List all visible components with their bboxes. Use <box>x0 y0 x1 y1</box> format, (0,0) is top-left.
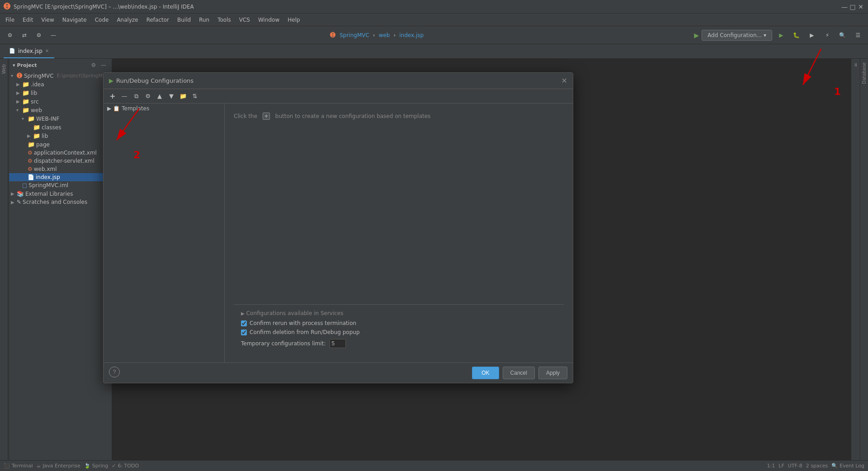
tree-item-label: applicationContext.xml <box>34 150 97 156</box>
toolbar-settings[interactable]: ⚙ <box>33 29 45 42</box>
sidebar-collapse-button[interactable]: — <box>99 61 108 70</box>
temp-limit-label: Temporary configurations limit: <box>241 340 326 347</box>
maximize-button[interactable]: □ <box>849 3 856 10</box>
dialog-add-button[interactable]: + <box>107 91 118 102</box>
tree-webxml[interactable]: ⚙ web.xml <box>9 165 112 173</box>
terminal-button[interactable]: ⬛ Terminal <box>4 463 33 469</box>
tab-index-jsp[interactable]: 📄 index.jsp ✕ <box>4 44 54 58</box>
profile-button[interactable]: ⚡ <box>821 29 834 42</box>
run-button[interactable]: ▶ <box>775 29 788 42</box>
checkbox-confirm-deletion[interactable]: Confirm deletion from Run/Debug popup <box>241 329 557 335</box>
dialog-close-button[interactable]: ✕ <box>561 76 567 85</box>
expand-icon <box>22 167 26 172</box>
add-configuration-button[interactable]: Add Configuration... ▾ <box>702 30 772 41</box>
folder-icon: 📁 <box>22 89 29 96</box>
add-config-label: Add Configuration... <box>708 32 762 38</box>
temp-limit-input[interactable] <box>330 339 346 348</box>
breadcrumb-folder[interactable]: web <box>379 32 390 38</box>
tree-external-libraries[interactable]: ▶ 📚 External Libraries <box>9 189 112 198</box>
dialog-remove-button[interactable]: — <box>119 91 130 102</box>
menu-refactor[interactable]: Refactor <box>143 15 173 24</box>
dialog-title: ▶ Run/Debug Configurations <box>109 77 193 84</box>
tree-lib2[interactable]: ▶ 📁 lib <box>9 132 112 140</box>
dialog-folder-button[interactable]: 📁 <box>178 91 189 102</box>
menu-analyze[interactable]: Analyze <box>113 15 142 24</box>
database-button[interactable]: ⏸ <box>854 61 858 69</box>
ok-button[interactable]: OK <box>472 367 499 379</box>
dialog-right-panel: Click the + button to create a new confi… <box>225 104 573 363</box>
toolbar-build-menu[interactable]: ☰ <box>852 29 864 42</box>
event-log-icon: 🔍 <box>831 463 838 469</box>
tree-idea[interactable]: ▶ 📁 .idea <box>9 80 112 89</box>
tree-item-label: src <box>31 99 39 105</box>
menu-help[interactable]: Help <box>284 15 303 24</box>
toolbar-icon-1[interactable]: ⚙ <box>4 29 16 42</box>
menu-file[interactable]: File <box>2 15 18 24</box>
tree-dispatcher[interactable]: ⚙ dispatcher-servlet.xml <box>9 157 112 165</box>
tree-appcontext[interactable]: ⚙ applicationContext.xml <box>9 149 112 157</box>
tree-item-label: .idea <box>31 81 44 88</box>
toolbar-icon-2[interactable]: ⇄ <box>18 29 31 42</box>
web-label[interactable]: Web <box>1 61 6 78</box>
dialog-down-button[interactable]: ▼ <box>166 91 177 102</box>
encoding-indicator[interactable]: UTF-8 <box>788 463 802 469</box>
breadcrumb-project[interactable]: SpringMVC <box>340 32 369 38</box>
event-log-button[interactable]: 🔍 Event Log <box>831 463 864 469</box>
tree-webinf[interactable]: ▾ 📁 WEB-INF <box>9 114 112 123</box>
expand-arrow-icon: ▶ <box>241 311 245 316</box>
menu-navigate[interactable]: Navigate <box>59 15 90 24</box>
dialog-title-text: Run/Debug Configurations <box>116 77 193 84</box>
toolbar-minus[interactable]: — <box>47 29 60 42</box>
apply-button[interactable]: Apply <box>538 367 567 379</box>
dialog-sort-button[interactable]: ⇅ <box>189 91 200 102</box>
dialog-templates-item[interactable]: ▶ 📋 Templates <box>104 104 224 113</box>
menu-view[interactable]: View <box>38 15 57 24</box>
expand-icon: ▾ <box>11 73 15 78</box>
dialog-buttons-bar: ? OK Cancel Apply <box>104 363 573 383</box>
help-button[interactable]: ? <box>109 367 120 377</box>
tree-indexjsp[interactable]: 📄 index.jsp <box>9 173 112 181</box>
tree-src[interactable]: ▶ 📁 src <box>9 97 112 106</box>
tree-springmvc[interactable]: ▾ 🅘 SpringMVC E:\project\SpringM... <box>9 71 112 80</box>
java-enterprise-button[interactable]: ☕ Java Enterprise <box>37 463 80 469</box>
tree-web[interactable]: ▾ 📁 web <box>9 106 112 114</box>
sidebar-settings-button[interactable]: ⚙ <box>89 61 98 70</box>
run-debug-dialog: ▶ Run/Debug Configurations ✕ + — ⧉ ⚙ ▲ ▼… <box>103 72 573 383</box>
tree-classes[interactable]: 📁 classes <box>9 123 112 132</box>
close-button[interactable]: ✕ <box>857 3 864 10</box>
database-label[interactable]: Database <box>862 59 867 88</box>
checkbox-confirm-rerun-input[interactable] <box>241 320 247 326</box>
tree-page[interactable]: 📁 page <box>9 140 112 149</box>
toolbar-search[interactable]: 🔍 <box>836 29 849 42</box>
cancel-button[interactable]: Cancel <box>503 367 535 379</box>
file-icon: ⚙ <box>28 150 33 156</box>
menu-code[interactable]: Code <box>91 15 113 24</box>
menu-run[interactable]: Run <box>195 15 213 24</box>
menu-vcs[interactable]: VCS <box>236 15 254 24</box>
tab-close-button[interactable]: ✕ <box>45 48 49 53</box>
dialog-up-button[interactable]: ▲ <box>154 91 165 102</box>
tree-scratches[interactable]: ▶ ✎ Scratches and Consoles <box>9 198 112 206</box>
configurations-available-label: Configurations available in Services <box>246 310 344 316</box>
folder-icon: 📁 <box>33 124 40 131</box>
dialog-settings-button[interactable]: ⚙ <box>142 91 153 102</box>
hint-text: Click the + button to create a new confi… <box>234 113 430 120</box>
dialog-copy-button[interactable]: ⧉ <box>131 91 142 102</box>
minimize-button[interactable]: — <box>841 3 848 10</box>
spaces-indicator[interactable]: 2 spaces <box>806 463 828 469</box>
checkbox-confirm-rerun[interactable]: Confirm rerun with process termination <box>241 320 557 326</box>
tree-lib[interactable]: ▶ 📁 lib <box>9 89 112 97</box>
breadcrumb-file[interactable]: index.jsp <box>399 32 424 38</box>
debug-button[interactable]: 🐛 <box>790 29 803 42</box>
todo-button[interactable]: ✓ 6: TODO <box>112 463 139 469</box>
tree-springmvciml[interactable]: □ SpringMVC.iml <box>9 181 112 189</box>
menu-tools[interactable]: Tools <box>214 15 235 24</box>
line-separator-indicator[interactable]: LF <box>778 463 784 469</box>
menu-build[interactable]: Build <box>174 15 194 24</box>
checkbox-confirm-deletion-input[interactable] <box>241 330 247 335</box>
configurations-available-row[interactable]: ▶ Configurations available in Services <box>241 310 557 316</box>
menu-edit[interactable]: Edit <box>19 15 37 24</box>
menu-window[interactable]: Window <box>255 15 283 24</box>
run-coverage-button[interactable]: ▶ <box>806 29 818 42</box>
spring-button[interactable]: 🍃 Spring <box>84 463 108 469</box>
